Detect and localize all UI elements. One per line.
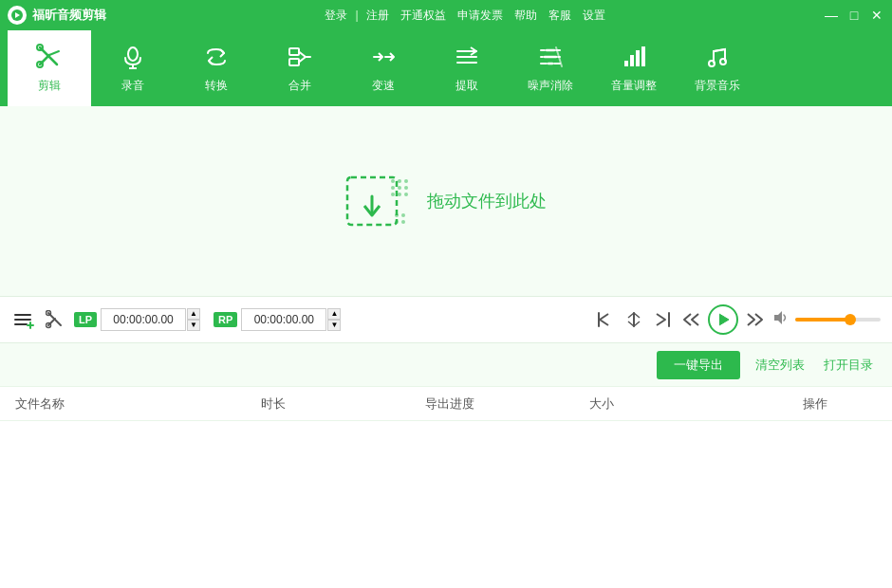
nav-service[interactable]: 客服 [545, 6, 575, 26]
lp-time-input[interactable] [101, 308, 186, 331]
toolbar-merge-button[interactable]: 合并 [258, 30, 342, 106]
maximize-button[interactable]: □ [846, 8, 862, 23]
speed-icon [370, 44, 397, 74]
svg-rect-30 [641, 46, 645, 66]
cut-icon [36, 44, 63, 74]
svg-point-46 [401, 213, 405, 217]
center-button[interactable] [623, 308, 645, 331]
volume-slider[interactable] [795, 318, 881, 322]
toolbar-volume-button[interactable]: 音量调整 [592, 30, 676, 106]
titlebar-nav: 登录 | 注册 开通权益 申请发票 帮助 客服 设置 [321, 6, 608, 26]
svg-line-31 [714, 49, 725, 51]
svg-line-12 [299, 57, 306, 63]
svg-rect-9 [289, 48, 299, 55]
toolbar-record-button[interactable]: 录音 [91, 30, 175, 106]
toolbar-speed-button[interactable]: 变速 [342, 30, 425, 106]
titlebar-controls: — □ ✕ [824, 8, 884, 23]
toolbar-denoise-button[interactable]: 噪声消除 [509, 30, 592, 106]
table-header: 文件名称 时长 导出进度 大小 操作 [0, 387, 892, 421]
rewind-button[interactable] [679, 308, 702, 331]
lp-spin-down[interactable]: ▼ [187, 320, 200, 331]
lp-spinner: ▲ ▼ [187, 308, 200, 331]
playback-controls [594, 304, 881, 335]
rp-time-input[interactable] [241, 308, 326, 331]
col-action-header: 操作 [753, 395, 877, 413]
svg-point-40 [398, 186, 401, 190]
svg-point-43 [398, 193, 401, 196]
goto-start-button[interactable] [594, 308, 617, 331]
svg-point-39 [391, 186, 395, 190]
volume-icon [621, 44, 647, 74]
app-logo [8, 6, 27, 25]
record-icon [120, 44, 146, 74]
bgmusic-icon [704, 44, 731, 74]
col-duration-header: 时长 [261, 395, 425, 413]
goto-end-button[interactable] [651, 308, 674, 331]
minimize-button[interactable]: — [824, 8, 839, 23]
titlebar-left: 福昕音频剪辑 [8, 6, 106, 25]
main-content: 拖动文件到此处 LP [0, 106, 892, 588]
volume-thumb[interactable] [845, 314, 856, 325]
nav-premium[interactable]: 开通权益 [397, 6, 450, 26]
col-filename-header: 文件名称 [15, 395, 261, 413]
rp-spin-up[interactable]: ▲ [327, 308, 341, 320]
dropzone[interactable]: 拖动文件到此处 [0, 106, 892, 296]
app-title: 福昕音频剪辑 [32, 7, 106, 24]
scissors-button[interactable] [44, 308, 66, 331]
svg-line-55 [48, 319, 55, 325]
toolbar-merge-label: 合并 [288, 78, 311, 94]
volume-fill [795, 318, 851, 322]
toolbar-speed-label: 变速 [372, 78, 395, 94]
toolbar-bgmusic-label: 背景音乐 [695, 78, 740, 94]
toolbar-cut-label: 剪辑 [38, 78, 61, 94]
toolbar-volume-label: 音量调整 [611, 78, 657, 94]
toolbar: 剪辑 录音 转换 [0, 30, 892, 106]
toolbar-extract-label: 提取 [455, 78, 478, 94]
action-bar: 一键导出 清空列表 打开目录 [0, 343, 892, 387]
toolbar-convert-label: 转换 [205, 78, 228, 94]
rp-spinner: ▲ ▼ [327, 308, 341, 331]
rp-time-group: RP ▲ ▼ [214, 308, 341, 331]
svg-point-48 [401, 220, 405, 224]
fastforward-button[interactable] [744, 308, 767, 331]
extract-icon [454, 44, 480, 74]
close-button[interactable]: ✕ [869, 8, 884, 23]
nav-settings[interactable]: 设置 [579, 6, 609, 26]
toolbar-extract-button[interactable]: 提取 [425, 30, 509, 106]
svg-line-11 [299, 51, 306, 57]
svg-point-32 [709, 61, 715, 66]
nav-login[interactable]: 登录 [321, 6, 351, 26]
titlebar: 福昕音频剪辑 登录 | 注册 开通权益 申请发票 帮助 客服 设置 — □ ✕ [0, 0, 892, 30]
svg-point-41 [404, 186, 408, 190]
open-dir-button[interactable]: 打开目录 [820, 351, 877, 379]
lp-badge: LP [74, 312, 97, 327]
clear-list-button[interactable]: 清空列表 [752, 351, 808, 379]
nav-register[interactable]: 注册 [362, 6, 393, 26]
svg-point-45 [395, 213, 399, 217]
rp-badge: RP [214, 312, 237, 327]
nav-invoice[interactable]: 申请发票 [454, 6, 507, 26]
toolbar-cut-button[interactable]: 剪辑 [8, 30, 91, 106]
add-list-button[interactable] [11, 307, 36, 332]
convert-icon [203, 44, 230, 74]
play-button[interactable] [708, 304, 738, 335]
svg-marker-61 [774, 311, 782, 324]
svg-rect-10 [289, 59, 299, 65]
svg-point-38 [404, 179, 408, 183]
svg-point-37 [398, 179, 401, 183]
drop-icon [345, 168, 412, 234]
denoise-icon [537, 44, 564, 74]
svg-point-47 [395, 220, 399, 224]
svg-line-5 [49, 51, 59, 55]
nav-help[interactable]: 帮助 [511, 6, 541, 26]
lp-spin-up[interactable]: ▲ [187, 308, 200, 320]
toolbar-convert-button[interactable]: 转换 [175, 30, 258, 106]
file-table: 文件名称 时长 导出进度 大小 操作 [0, 387, 892, 588]
export-button[interactable]: 一键导出 [657, 351, 740, 379]
svg-rect-29 [636, 50, 640, 66]
toolbar-bgmusic-button[interactable]: 背景音乐 [676, 30, 759, 106]
controls-bar: LP ▲ ▼ RP ▲ ▼ [0, 296, 892, 343]
svg-point-44 [404, 193, 408, 196]
rp-spin-down[interactable]: ▼ [327, 320, 341, 331]
col-size-header: 大小 [589, 395, 753, 413]
